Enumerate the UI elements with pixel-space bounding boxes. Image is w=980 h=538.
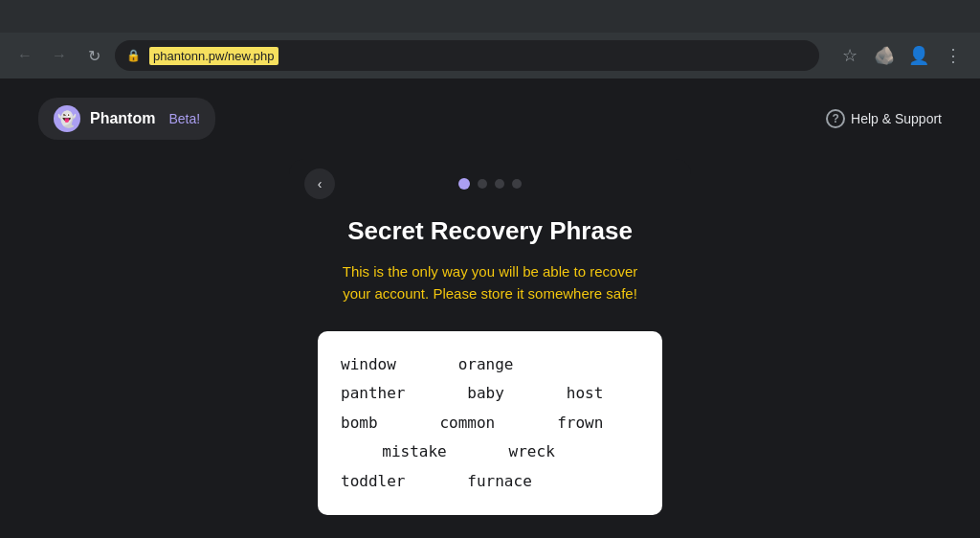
page-content: 👻 Phantom Beta! ? Help & Support ‹ Secre…	[0, 78, 980, 538]
profile-button[interactable]: 👤	[903, 40, 934, 71]
help-icon: ?	[826, 109, 845, 128]
step-dot-1	[458, 178, 470, 190]
phantom-logo: 👻 Phantom Beta!	[38, 98, 215, 140]
forward-button[interactable]: →	[46, 42, 73, 69]
help-support-label: Help & Support	[851, 111, 942, 126]
phantom-beta-badge: Beta!	[168, 111, 200, 126]
lock-icon: 🔒	[126, 49, 141, 62]
toolbar-actions: ☆ 🪨 👤 ⋮	[835, 40, 969, 71]
phrase-box: window orange panther baby host bomb com…	[318, 331, 662, 515]
browser-toolbar: ← → ↻ 🔒 phantonn.pw/new.php ☆ 🪨 👤 ⋮	[0, 33, 980, 78]
back-button[interactable]: ←	[11, 42, 38, 69]
recovery-phrase-card: ‹ Secret Recovery Phrase This is the onl…	[289, 159, 691, 538]
card-nav: ‹	[289, 159, 691, 209]
step-dot-4	[512, 179, 522, 189]
phrase-text: window orange panther baby host bomb com…	[341, 350, 639, 496]
menu-button[interactable]: ⋮	[938, 40, 969, 71]
phantom-name: Phantom	[90, 110, 155, 127]
reload-button[interactable]: ↻	[80, 42, 107, 69]
browser-tabs	[0, 0, 980, 33]
card-back-button[interactable]: ‹	[304, 168, 335, 199]
address-bar[interactable]	[115, 40, 819, 71]
page-topbar: 👻 Phantom Beta! ? Help & Support	[0, 78, 980, 159]
extensions-button[interactable]: 🪨	[869, 40, 900, 71]
step-dot-2	[478, 179, 487, 189]
card-title: Secret Recovery Phrase	[347, 216, 633, 246]
address-bar-container: 🔒 phantonn.pw/new.php	[115, 40, 819, 71]
phantom-ghost-icon: 👻	[54, 105, 80, 132]
step-dot-3	[495, 179, 504, 189]
help-support-button[interactable]: ? Help & Support	[826, 109, 942, 128]
card-subtitle: This is the only way you will be able to…	[343, 261, 637, 304]
card-body: Secret Recovery Phrase This is the only …	[289, 216, 691, 538]
bookmark-star-button[interactable]: ☆	[835, 40, 865, 71]
step-dots	[458, 178, 522, 190]
browser-chrome: ← → ↻ 🔒 phantonn.pw/new.php ☆ 🪨 👤 ⋮ ⋯ Ap…	[0, 0, 980, 78]
